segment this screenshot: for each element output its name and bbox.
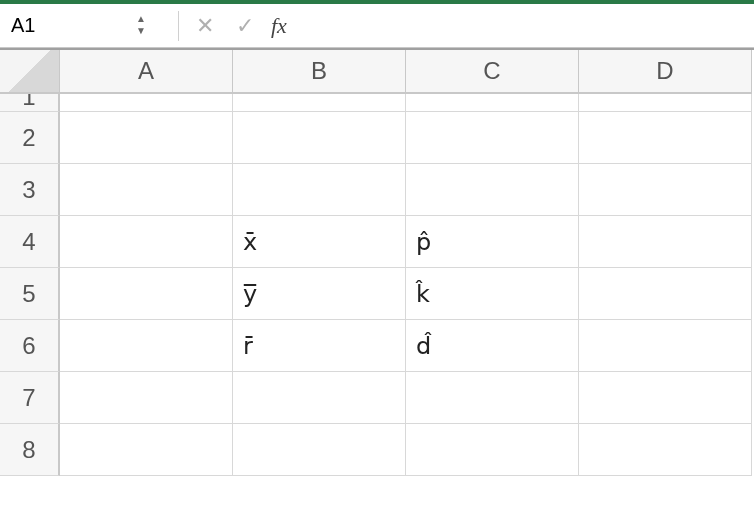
column-header-B[interactable]: B (233, 50, 406, 94)
cell-C2[interactable] (406, 112, 579, 164)
row-header-1[interactable]: 1 (0, 94, 60, 112)
cell-A1[interactable] (60, 94, 233, 112)
column-headers: A B C D (0, 50, 754, 94)
row-header-4[interactable]: 4 (0, 216, 60, 268)
row-1: 1 (0, 94, 754, 112)
grid-rows: 1 2 3 4 x̄ p̂ 5 (0, 94, 754, 476)
row-header-2[interactable]: 2 (0, 112, 60, 164)
cell-D1[interactable] (579, 94, 752, 112)
separator (178, 11, 179, 41)
reference-spinner: ▲ ▼ (134, 15, 148, 37)
fx-label[interactable]: fx (271, 13, 287, 39)
row-header-5[interactable]: 5 (0, 268, 60, 320)
cell-A4[interactable] (60, 216, 233, 268)
row-7: 7 (0, 372, 754, 424)
accept-icon: ✓ (236, 13, 254, 39)
cell-D6[interactable] (579, 320, 752, 372)
cell-D3[interactable] (579, 164, 752, 216)
cell-B3[interactable] (233, 164, 406, 216)
cell-D5[interactable] (579, 268, 752, 320)
formula-input[interactable] (305, 11, 748, 41)
accept-formula-button[interactable]: ✓ (231, 12, 259, 40)
cell-reference-box: ▲ ▼ (6, 11, 166, 41)
spreadsheet-grid: A B C D 1 2 3 4 x̄ p (0, 48, 754, 520)
cancel-formula-button[interactable]: ✕ (191, 12, 219, 40)
cell-B8[interactable] (233, 424, 406, 476)
cell-A3[interactable] (60, 164, 233, 216)
cell-C5[interactable]: k̂ (406, 268, 579, 320)
cell-B1[interactable] (233, 94, 406, 112)
column-header-D[interactable]: D (579, 50, 752, 94)
row-header-3[interactable]: 3 (0, 164, 60, 216)
cell-D7[interactable] (579, 372, 752, 424)
cell-reference-input[interactable] (6, 11, 130, 41)
row-header-8[interactable]: 8 (0, 424, 60, 476)
spinner-up-icon[interactable]: ▲ (134, 15, 148, 25)
cell-D8[interactable] (579, 424, 752, 476)
row-4: 4 x̄ p̂ (0, 216, 754, 268)
cell-D2[interactable] (579, 112, 752, 164)
column-header-A[interactable]: A (60, 50, 233, 94)
row-5: 5 y̅ k̂ (0, 268, 754, 320)
cell-C3[interactable] (406, 164, 579, 216)
cell-C4[interactable]: p̂ (406, 216, 579, 268)
cell-A2[interactable] (60, 112, 233, 164)
spinner-down-icon[interactable]: ▼ (134, 27, 148, 37)
row-3: 3 (0, 164, 754, 216)
cell-C6[interactable]: d̂ (406, 320, 579, 372)
cell-B4[interactable]: x̄ (233, 216, 406, 268)
cell-B6[interactable]: r̄ (233, 320, 406, 372)
cell-A5[interactable] (60, 268, 233, 320)
cancel-icon: ✕ (196, 13, 214, 39)
row-6: 6 r̄ d̂ (0, 320, 754, 372)
column-header-C[interactable]: C (406, 50, 579, 94)
cell-D4[interactable] (579, 216, 752, 268)
cell-C7[interactable] (406, 372, 579, 424)
formula-bar: ▲ ▼ ✕ ✓ fx (0, 0, 754, 48)
cell-C8[interactable] (406, 424, 579, 476)
cell-A6[interactable] (60, 320, 233, 372)
cell-B2[interactable] (233, 112, 406, 164)
row-header-6[interactable]: 6 (0, 320, 60, 372)
cell-B5[interactable]: y̅ (233, 268, 406, 320)
cell-A7[interactable] (60, 372, 233, 424)
cell-C1[interactable] (406, 94, 579, 112)
cell-A8[interactable] (60, 424, 233, 476)
select-all-corner[interactable] (0, 50, 60, 94)
row-2: 2 (0, 112, 754, 164)
row-header-7[interactable]: 7 (0, 372, 60, 424)
cell-B7[interactable] (233, 372, 406, 424)
row-8: 8 (0, 424, 754, 476)
